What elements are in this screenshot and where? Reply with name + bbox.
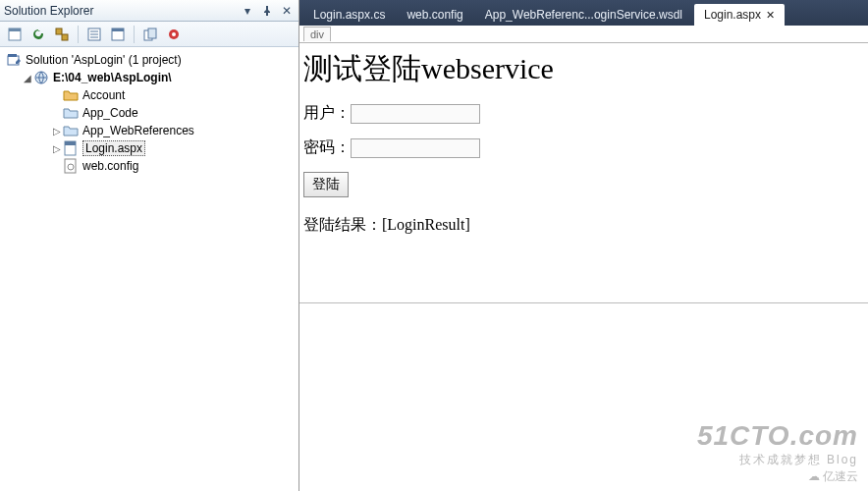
tab-login-aspx[interactable]: Login.aspx✕ xyxy=(694,4,785,26)
result-prefix: 登陆结果： xyxy=(303,216,382,233)
tree-item-appcode[interactable]: App_Code xyxy=(0,104,298,122)
password-label: 密码： xyxy=(303,137,351,158)
code-view-icon[interactable] xyxy=(83,24,105,45)
svg-point-13 xyxy=(172,32,176,36)
close-icon[interactable]: ✕ xyxy=(279,3,295,19)
login-result-row: 登陆结果：[LoginResult] xyxy=(303,215,864,236)
config-file-icon xyxy=(63,158,79,174)
editor-area: Login.aspx.cs web.config App_WebReferenc… xyxy=(299,0,868,491)
folder-icon xyxy=(63,87,79,103)
panel-title: Solution Explorer xyxy=(4,4,236,18)
expand-icon[interactable]: ▷ xyxy=(51,143,63,154)
expand-icon[interactable]: ▷ xyxy=(51,126,63,136)
solution-tree[interactable]: Solution 'AspLogin' (1 project) ◢ E:\04_… xyxy=(0,47,298,491)
copy-site-icon[interactable] xyxy=(139,24,161,45)
tree-item-appwebref[interactable]: ▷ App_WebReferences xyxy=(0,122,298,139)
password-input[interactable] xyxy=(351,138,480,158)
tag-breadcrumb[interactable]: div xyxy=(303,27,331,41)
designer-view-icon[interactable] xyxy=(107,24,129,45)
tab-login-cs[interactable]: Login.aspx.cs xyxy=(303,4,395,26)
login-button[interactable]: 登陆 xyxy=(303,172,349,197)
close-icon[interactable]: ✕ xyxy=(766,9,775,22)
project-node[interactable]: ◢ E:\04_web\AspLogin\ xyxy=(0,69,298,86)
solution-label: Solution 'AspLogin' (1 project) xyxy=(26,53,182,67)
divider-line xyxy=(299,302,868,303)
page-heading: 测试登陆webservice xyxy=(303,49,864,89)
tab-webconfig[interactable]: web.config xyxy=(397,4,472,26)
refresh-icon[interactable] xyxy=(27,24,49,45)
toolbar-separator xyxy=(78,26,79,43)
project-label: E:\04_web\AspLogin\ xyxy=(53,71,172,84)
tag-navigator: div xyxy=(299,26,868,43)
svg-rect-3 xyxy=(62,34,68,40)
tree-item-account[interactable]: Account xyxy=(0,86,298,104)
panel-titlebar: Solution Explorer ▾ ✕ xyxy=(0,0,298,22)
folder-ref-icon xyxy=(63,123,79,138)
collapse-icon[interactable]: ◢ xyxy=(22,73,33,83)
user-input[interactable] xyxy=(351,104,480,124)
svg-rect-1 xyxy=(9,28,21,31)
panel-toolbar xyxy=(0,22,298,47)
project-icon xyxy=(33,70,49,85)
toolbar-separator xyxy=(134,26,135,43)
folder-code-icon xyxy=(63,105,79,121)
document-tabstrip: Login.aspx.cs web.config App_WebReferenc… xyxy=(299,0,868,26)
solution-icon xyxy=(6,52,22,68)
user-label: 用户： xyxy=(303,103,351,124)
svg-rect-15 xyxy=(8,54,17,57)
nest-icon[interactable] xyxy=(51,24,73,45)
aspx-file-icon xyxy=(63,140,79,156)
svg-rect-9 xyxy=(112,28,124,31)
config-icon[interactable] xyxy=(163,24,185,45)
svg-rect-18 xyxy=(65,141,76,145)
solution-node[interactable]: Solution 'AspLogin' (1 project) xyxy=(0,51,298,69)
tab-wsdl[interactable]: App_WebReferenc...oginService.wsdl xyxy=(475,4,692,26)
solution-explorer-panel: Solution Explorer ▾ ✕ Solution 'AspLogin… xyxy=(0,0,299,491)
properties-icon[interactable] xyxy=(4,24,26,45)
dropdown-icon[interactable]: ▾ xyxy=(240,3,255,19)
pin-icon[interactable] xyxy=(259,3,275,19)
tree-item-login[interactable]: ▷ Login.aspx xyxy=(0,139,298,157)
result-placeholder: [LoginResult] xyxy=(382,216,470,233)
svg-rect-11 xyxy=(148,28,156,38)
tree-item-webconfig[interactable]: web.config xyxy=(0,157,298,175)
svg-rect-2 xyxy=(56,28,62,34)
design-surface[interactable]: 测试登陆webservice 用户： 密码： 登陆 登陆结果：[LoginRes… xyxy=(299,43,868,491)
